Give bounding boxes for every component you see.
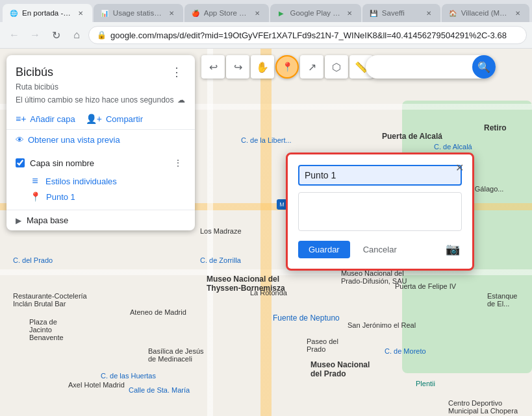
tab-label-usage: Usage statistics for... [113, 9, 162, 17]
tab-label-villa: Villaceid (Módulo i... [461, 9, 509, 17]
shape-tool-button[interactable]: ⬡ [325, 55, 348, 79]
collapse-icon: ▶ [16, 216, 21, 225]
layer-row: Capa sin nombre ⋮ [16, 155, 186, 171]
preview-button[interactable]: 👁 Obtener una vista previa [16, 132, 186, 147]
tab-label-google: Google Play Console [290, 9, 340, 17]
cancel-button[interactable]: Cancelar [355, 241, 405, 258]
dialog-actions: Guardar Cancelar 📷 [298, 240, 462, 258]
point-description-input[interactable] [298, 192, 462, 231]
redo-button[interactable]: ↪ [226, 55, 249, 79]
lock-icon: 🔒 [97, 31, 107, 40]
layer-section: Capa sin nombre ⋮ ≡ Estilos individuales… [6, 150, 195, 210]
tab-favicon-appstore: 🍎 [191, 8, 200, 18]
map-title: Bicibús [16, 66, 53, 79]
home-button[interactable]: ⌂ [68, 26, 86, 44]
tab-close-appstore[interactable]: ✕ [252, 8, 262, 18]
map-search-bar[interactable]: 🔍 [366, 55, 496, 79]
base-map-label: Mapa base [27, 215, 68, 225]
layer-name: Capa sin nombre [30, 158, 165, 168]
tab-close-google[interactable]: ✕ [344, 8, 355, 18]
add-layer-label: Añadir capa [30, 114, 75, 124]
tab-close-maps[interactable]: ✕ [75, 8, 86, 18]
edit-dialog: ✕ Guardar Cancelar 📷 [286, 153, 474, 271]
route-tool-button[interactable]: ↗ [300, 55, 323, 79]
map-container: Bicibús ⋮ Ruta bicibús El último cambio … [0, 49, 532, 416]
preview-icon: 👁 [16, 135, 24, 145]
map-toolbar: ↩ ↪ ✋ 📍 ↗ ⬡ 📏 [201, 55, 373, 79]
browser-chrome: 🌐 En portada - Portal... ✕ 📊 Usage stati… [0, 0, 532, 49]
tab-label-maps: En portada - Portal... [22, 9, 71, 17]
point-label: Punto 1 [46, 192, 75, 202]
tab-favicon-save: 💾 [369, 8, 378, 18]
tab-label-appstore: App Store Connect [204, 9, 249, 17]
tab-close-save[interactable]: ✕ [424, 8, 434, 18]
map-sidebar: Bicibús ⋮ Ruta bicibús El último cambio … [6, 55, 195, 230]
address-bar[interactable]: 🔒 google.com/maps/d/edit?mid=19OtGyVFEr1… [88, 26, 527, 44]
preview-label: Obtener una vista previa [28, 135, 120, 145]
add-layer-icon: ≡+ [16, 114, 26, 124]
reload-button[interactable]: ↻ [47, 26, 65, 44]
sidebar-header: Bicibús ⋮ Ruta bicibús El último cambio … [6, 55, 195, 110]
layer-checkbox[interactable] [16, 158, 25, 167]
layer-more-button[interactable]: ⋮ [170, 155, 186, 171]
sidebar-timestamp: El último cambio se hizo hace unos segun… [16, 95, 186, 104]
map-subtitle: Ruta bicibús [16, 82, 186, 92]
tab-favicon-villa: 🏠 [448, 8, 457, 18]
url-text: google.com/maps/d/edit?mid=19OtGyVFEr1XA… [110, 31, 507, 40]
tab-close-villa[interactable]: ✕ [513, 8, 523, 18]
base-map-section[interactable]: ▶ Mapa base [6, 210, 195, 230]
tab-saveffi[interactable]: 💾 Saveffi ✕ [362, 4, 440, 22]
pin-icon: 📍 [282, 62, 293, 72]
tab-favicon-google: ▶ [277, 8, 286, 18]
style-label: Estilos individuales [45, 177, 117, 186]
timestamp-text: El último cambio se hizo hace unos segun… [16, 95, 173, 104]
tab-favicon-usage: 📊 [100, 8, 109, 18]
tab-google-play[interactable]: ▶ Google Play Console ✕ [270, 4, 361, 22]
pin-tool-button[interactable]: 📍 [275, 55, 299, 79]
tab-appstore[interactable]: 🍎 App Store Connect ✕ [184, 4, 270, 22]
sidebar-more-button[interactable]: ⋮ [168, 63, 186, 81]
share-label: Compartir [106, 114, 143, 124]
browser-toolbar: ← → ↻ ⌂ 🔒 google.com/maps/d/edit?mid=19O… [0, 22, 532, 48]
search-icon[interactable]: 🔍 [472, 55, 496, 79]
tab-maps[interactable]: 🌐 En portada - Portal... ✕ [3, 4, 92, 22]
undo-button[interactable]: ↩ [201, 55, 225, 79]
camera-icon: 📷 [446, 242, 460, 256]
share-button[interactable]: 👤+ Compartir [86, 114, 143, 124]
point-name-input[interactable] [298, 165, 462, 186]
back-button[interactable]: ← [5, 26, 23, 44]
forward-button[interactable]: → [26, 26, 44, 44]
style-icon: ≡ [30, 176, 40, 186]
tab-favicon-maps: 🌐 [9, 8, 18, 18]
dialog-close-button[interactable]: ✕ [451, 160, 467, 175]
style-sub-item[interactable]: ≡ Estilos individuales [16, 173, 186, 189]
point-sub-item[interactable]: 📍 Punto 1 [16, 189, 186, 204]
point-icon: 📍 [30, 191, 41, 202]
search-glyph: 🔍 [477, 61, 490, 73]
tab-label-save: Saveffi [382, 9, 405, 17]
save-button[interactable]: Guardar [298, 241, 350, 258]
tabs-bar: 🌐 En portada - Portal... ✕ 📊 Usage stati… [0, 0, 532, 22]
cloud-icon: ☁ [177, 95, 185, 104]
sidebar-actions: ≡+ Añadir capa 👤+ Compartir [6, 110, 195, 130]
tab-usage[interactable]: 📊 Usage statistics for... ✕ [94, 4, 183, 22]
tab-villa[interactable]: 🏠 Villaceid (Módulo i... ✕ [442, 4, 529, 22]
photo-button[interactable]: 📷 [444, 240, 462, 258]
add-layer-button[interactable]: ≡+ Añadir capa [16, 114, 75, 124]
tab-close-usage[interactable]: ✕ [166, 8, 177, 18]
share-icon: 👤+ [86, 114, 102, 124]
hand-tool-button[interactable]: ✋ [251, 55, 274, 79]
